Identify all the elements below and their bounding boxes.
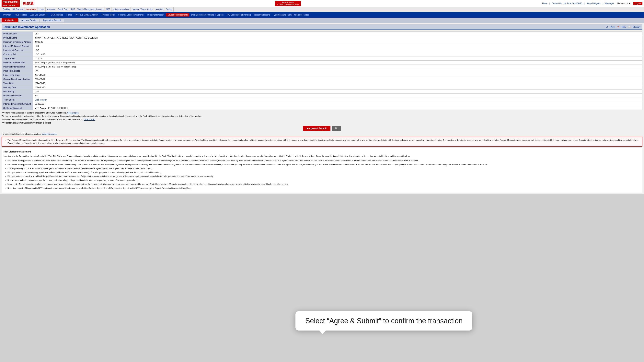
notices-container: I/We have read and agree to the term she… <box>2 112 642 124</box>
form-label: Maturity Date <box>2 85 33 90</box>
risk-item: Derivatives risk (Applicable to Principa… <box>8 159 640 162</box>
form-row: Value Date2024/08/27 <box>2 81 642 85</box>
warning-text: This Financial Product is a structured p… <box>8 139 640 145</box>
contact-text: For product details inquiry, please cont… <box>2 133 642 135</box>
main-nav-item-loans[interactable]: Loans <box>38 7 46 12</box>
help-link[interactable]: Help <box>622 26 626 28</box>
notice-link[interactable]: Click to open <box>84 118 95 121</box>
sub-nav-item-a-shares-securities[interactable]: A Shares Securities <box>29 13 49 17</box>
form-label: Minimum Investment Amount <box>2 40 33 44</box>
main-nav-item-credit-card[interactable]: Credit Card <box>57 7 70 12</box>
form-value: 10,000.00 <box>33 102 642 106</box>
form-row: Initial Fixing DateN/A <box>2 69 642 73</box>
sub-nav-item-hk-securities[interactable]: HK Securities <box>13 13 28 17</box>
main-nav-item-mpf[interactable]: MPF <box>105 7 112 12</box>
form-value: 2024/08/27 <box>33 81 642 85</box>
agree-submit-button[interactable]: ▶ Agree & Submit <box>303 126 330 131</box>
main-nav: BankingBill PaymentInvestmentLoansInsura… <box>0 7 644 12</box>
main-nav-item-insurance[interactable]: Insurance <box>46 7 57 12</box>
form-label: Investment Currency <box>2 48 33 52</box>
main-nav-item-rms[interactable]: RMS <box>70 7 76 12</box>
form-value: Yes <box>33 94 642 98</box>
sub-nav-item-funds[interactable]: Funds <box>65 13 74 17</box>
risk-section: Risk Disclosure Statement Investment in … <box>2 148 642 193</box>
form-value: 2,000.00 <box>33 40 642 44</box>
notice-link[interactable]: Click to open <box>67 112 79 114</box>
glossary-link[interactable]: Glossary <box>633 26 640 28</box>
form-value: 7.72000 <box>33 57 642 61</box>
form-label: Product Name <box>2 36 33 40</box>
sub-nav-item-us-securities[interactable]: US Securities <box>50 13 65 17</box>
main-nav-item-upgrade-/-open-service[interactable]: Upgrade / Open Service <box>131 7 154 12</box>
form-value: MTC Account 012-888-9-000000-1 <box>33 106 642 110</box>
form-value: USD <box>33 48 642 52</box>
sub-nav: OverviewHK SecuritiesA Shares Securities… <box>0 12 644 18</box>
setup-nav-link[interactable]: Setup Navigator <box>586 2 601 5</box>
tab-account-details[interactable]: Account Details <box>18 18 39 22</box>
form-label: Integral Multiple(s) Amount <box>2 44 33 48</box>
form-label: Initial Fixing Date <box>2 69 33 73</box>
form-value: 2024/11/27 <box>33 85 642 90</box>
tab-bar: ApplicationAccount DetailsApplication Re… <box>0 18 644 23</box>
my-shortcut-select[interactable]: My Shortcut <box>616 2 631 5</box>
form-row: Integral Multiple(s) Amount1.00 <box>2 44 642 48</box>
tab-application[interactable]: Application <box>2 18 18 22</box>
form-row: Minimum Interest Rate3.50000%p.a (If Fin… <box>2 61 642 65</box>
form-value: 2024/11/25 <box>33 73 642 77</box>
main-nav-item-banking[interactable]: Banking <box>2 7 11 12</box>
top-header: 中国银行(香港) BANK OF CHINA 融易通 Refer Friends… <box>0 0 644 7</box>
main-nav-item-e-statementadvice[interactable]: e-StatementAdvice <box>112 7 131 12</box>
form-label: Minimum Interest Rate <box>2 61 33 65</box>
form-label: Intended Investment Amount <box>2 102 33 106</box>
main-nav-item-bill-payment[interactable]: Bill Payment <box>11 7 25 12</box>
form-value: 3.60000%p.a (If Final Rate <= Target Rat… <box>33 65 642 69</box>
form-label: Product Code <box>2 32 33 36</box>
messages-link[interactable]: Messages <box>605 2 614 5</box>
main-nav-item-setting[interactable]: Setting <box>165 7 174 12</box>
sub-nav-item-investment-deposit[interactable]: Investment Deposit <box>146 13 166 17</box>
tab-application-record[interactable]: Application Record <box>40 18 64 22</box>
risk-item: Principal protection at maturity only (A… <box>8 171 640 174</box>
sub-nav-item-overview[interactable]: Overview <box>2 13 13 17</box>
risk-item: Not the same as buying any currency of t… <box>8 179 640 182</box>
refer-banner: Refer Friends To open an account now! <box>275 1 301 6</box>
print-link[interactable]: Print <box>610 26 614 28</box>
top-links: Home | Contact Us HK Time: 2024/08/26 | … <box>542 2 642 5</box>
form-value: USD / HKD <box>33 52 642 57</box>
form-label: Closing Date for Application <box>2 77 33 81</box>
sub-nav-item-research-reports[interactable]: Research Reports <box>253 13 272 17</box>
sub-nav-item-questionnaire-on-inv-preference--video[interactable]: Questionnaire on Inv. Preference / Video <box>272 13 310 17</box>
main-nav-item-assistant[interactable]: Assistant <box>154 7 165 12</box>
sub-nav-item-precious-metal[interactable]: Precious Metal <box>100 13 116 17</box>
action-area: ▶ Agree & Submit No <box>2 126 642 131</box>
tooltip-arrow <box>319 330 326 334</box>
form-row: Potential Interest Rate3.60000%p.a (If F… <box>2 65 642 69</box>
no-button[interactable]: No <box>332 126 341 131</box>
sub-nav-item-currency-linked-investments[interactable]: Currency Linked Investments <box>116 13 145 17</box>
contact-link[interactable]: Contact Us <box>552 2 562 5</box>
sub-nav-item-ipo-subscriptionfinancing[interactable]: IPO Subscription/Financing <box>225 13 252 17</box>
home-link[interactable]: Home <box>542 2 548 5</box>
form-label: Target Rate <box>2 57 33 61</box>
form-row: Risk RatingLow <box>2 90 642 94</box>
form-row: Currency PairUSD / HKD <box>2 52 642 57</box>
tooltip-text: Select “Agree & Submit” to confirm the t… <box>305 317 462 325</box>
logout-button[interactable]: Logout <box>633 2 642 5</box>
form-row: Product Name3 MONTHS TARGET RATE INVESTM… <box>2 36 642 40</box>
risk-item: Derivatives risk (Applicable to Non Prin… <box>8 163 640 166</box>
form-value[interactable]: Click to open <box>33 98 642 102</box>
form-label: Term Sheet <box>2 98 33 102</box>
form-value: 1.00 <box>33 44 642 48</box>
sub-nav-item-precious-metalfx-margin[interactable]: Precious Metal/FX Margin <box>74 13 100 17</box>
customer-service-link[interactable]: customer service <box>42 133 56 135</box>
form-row: Principal ProtectedYes <box>2 94 642 98</box>
form-label: Final Fixing Date <box>2 73 33 77</box>
main-nav-item-investment[interactable]: Investment <box>25 7 38 12</box>
form-value: 3 MONTHS TARGET RATE INVESTMENT(CER)–HKD… <box>33 36 642 40</box>
risk-list: Derivatives risk (Applicable to Principa… <box>4 159 640 190</box>
sub-nav-item-debt-securitiescertificate-of-deposit[interactable]: Debt Securities/Certificate of Deposit <box>190 13 225 17</box>
form-label: Principal Protected <box>2 94 33 98</box>
sub-nav-item-structured-investments[interactable]: Structured Investments <box>166 13 189 17</box>
notice-item: I/We have read and understand the Import… <box>2 118 642 121</box>
main-nav-item-wealth-management-connect[interactable]: Wealth Management Connect <box>76 7 105 12</box>
